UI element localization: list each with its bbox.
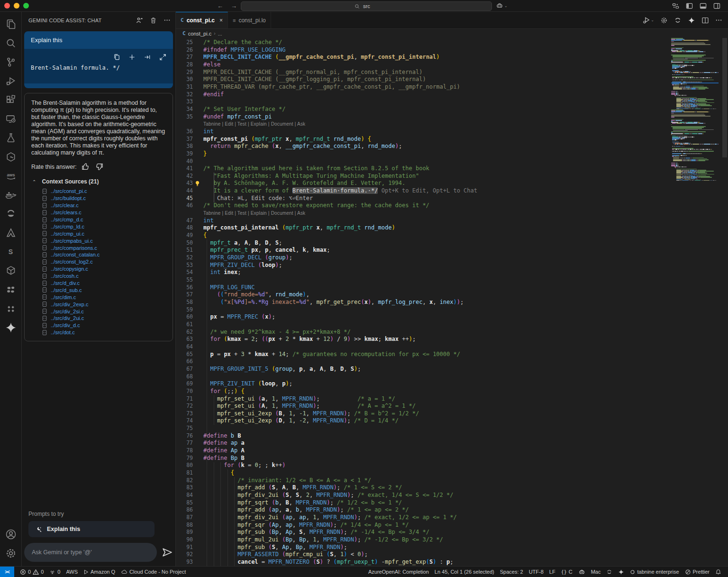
copy-icon[interactable] [113,54,120,61]
code-line[interactable]: 82 /* invariant: 1/2 <= B <= A <= a < 1 … [176,477,477,485]
ellipsis-icon[interactable] [715,17,722,24]
code-line[interactable]: 91 mpfr_sub (S, Ap, Bp, MPFR_RNDN); [176,544,477,551]
copilot-status[interactable] [575,568,588,576]
code-line[interactable]: 75 [176,425,477,432]
customize-layout-icon[interactable] [672,2,679,9]
smiley-status[interactable] [603,569,615,575]
code-line[interactable]: 36int [176,128,477,136]
code-line[interactable]: 67 MPFR_GROUP_INIT_5 (group, p, a, A, B,… [176,366,477,373]
code-line[interactable]: 44 It is a clever form of Brent-Salamin·… [176,187,477,195]
code-line[interactable]: 48mpfr_const_pi_internal (mpfr_ptr x, mp… [176,224,477,232]
eol-setting[interactable]: LF [546,569,558,575]
run-debug-button[interactable]: ⌄ [643,16,654,24]
code-line[interactable]: 73 mpfr_set_ui_2exp (B, 1, -1, MPFR_RNDN… [176,410,477,418]
cursor-position[interactable]: Ln 45, Col 1 (26 selected) [432,569,497,575]
codelens-row[interactable]: Tabnine | Edit | Test | Explain | Docume… [176,210,477,217]
context-file-link[interactable]: ../src/cosh.c [51,273,79,279]
search-input[interactable] [362,3,378,9]
code-line[interactable]: 37mpfr_const_pi (mpfr_ptr x, mpfr_rnd_t … [176,136,477,143]
thumbs-up-icon[interactable] [82,163,90,171]
context-file-link[interactable]: ../src/cmp_ui.c [51,231,84,237]
context-file-row[interactable]: ../src/copysign.c [42,266,166,273]
gemini-chat-input[interactable] [24,543,157,562]
close-icon[interactable]: × [219,17,223,24]
sidebar-item-testing[interactable] [0,128,22,147]
code-line[interactable]: 64 [176,343,477,351]
code-line[interactable]: 30MPFR_DECL_INIT_CACHE (__gmpfr_logging_… [176,76,477,83]
aws-status-item[interactable]: AWS [63,569,81,575]
context-file-row[interactable]: ../src/cmp_ld.c [42,223,166,230]
code-editor[interactable]: 25/* Declare the cache */26#ifndef MPFR_… [176,38,728,567]
code-line[interactable]: 90 mpfr_mul_2ui (Bp, Bp, 1, MPFR_RNDN); … [176,536,477,544]
sidebar-item-package-extension[interactable] [0,261,22,280]
breadcrumb-more[interactable]: ... [218,31,222,37]
code-line[interactable]: 70 for (;;) { [176,388,477,395]
code-line[interactable]: 50 mpfr_t a, A, B, D, S; [176,239,477,247]
context-file-row[interactable]: ../src/div_2si.c [42,308,166,315]
context-file-link[interactable]: ../src/d_div.c [51,280,80,286]
thumbs-down-icon[interactable] [95,163,103,171]
context-file-row[interactable]: ../src/div_d.c [42,322,166,329]
context-file-link[interactable]: ../src/div_d.c [51,322,80,328]
context-file-row[interactable]: ../src/div_2ui.c [42,315,166,322]
code-line[interactable]: 76#define b B [176,432,477,440]
context-file-link[interactable]: ../src/dim.c [51,294,76,300]
context-file-row[interactable]: ../src/d_div.c [42,280,166,287]
context-file-link[interactable]: ../src/const_catalan.c [51,252,100,257]
context-file-link[interactable]: ../src/d_sub.c [51,287,82,293]
sidebar-item-gemini-code-assist[interactable] [0,318,22,337]
context-file-link[interactable]: ../src/comparisons.c [51,245,97,251]
code-line[interactable]: 59 [176,306,477,314]
code-line[interactable]: 74 mpfr_set_ui_2exp (D, 1, -2, MPFR_RNDN… [176,417,477,425]
context-file-row[interactable]: ../src/buildopt.c [42,195,166,202]
code-line[interactable]: 71 mpfr_set_ui (a, 1, MPFR_RNDN); /* a =… [176,395,477,403]
toggle-panel-icon[interactable] [700,2,707,9]
code-line[interactable]: 46/* Don't need to save/restore exponent… [176,202,477,210]
context-file-row[interactable]: ../src/cosh.c [42,273,166,280]
close-window-button[interactable] [4,3,10,9]
code-line[interactable]: 72 mpfr_set_ui (A, 1, MPFR_RNDN); /* A =… [176,403,477,410]
send-icon[interactable] [162,547,173,558]
cloud-code-status-item[interactable]: Cloud Code - No Project [118,569,189,575]
sidebar-item-aws-toolkit[interactable]: aws [0,166,22,185]
code-line[interactable]: 80 for (k = 0; ; k++) [176,462,477,469]
zoom-window-button[interactable] [23,3,29,9]
sidebar-item-hexagon-extension[interactable] [0,147,22,166]
ellipsis-icon[interactable] [164,17,171,24]
minimap[interactable] [671,38,719,567]
context-file-row[interactable]: ../src/clear.c [42,202,166,209]
code-line[interactable]: 66 [176,358,477,366]
context-file-link[interactable]: ../src/copysign.c [51,266,88,272]
code-line[interactable]: 58 ("x[%Pd]=%.*Rg inexact=%d", mpfr_get_… [176,299,477,306]
code-line[interactable]: 79#define Bp B [176,455,477,462]
sparkle-icon[interactable] [688,17,695,24]
language-mode[interactable]: {}C [558,569,575,575]
command-center-search[interactable] [241,1,492,11]
context-file-link[interactable]: ../src/const_log2.c [51,259,93,265]
code-line[interactable]: 52 MPFR_GROUP_DECL (group); [176,254,477,262]
code-line[interactable]: 25/* Declare the cache */ [176,39,477,46]
indentation-setting[interactable]: Spaces: 2 [497,569,526,575]
context-file-link[interactable]: ../src/div_2si.c [51,309,84,314]
code-line[interactable]: 77#define ap a [176,440,477,447]
code-line[interactable]: 93 cancel = MPFR_NOTZERO (S) ? (mpfr_uex… [176,559,477,566]
code-line[interactable]: 39} [176,150,477,158]
code-line[interactable]: 85 mpfr_sqrt (b, B, MPFR_RNDN); /* 1/2 <… [176,499,477,507]
code-line[interactable]: 49{ [176,232,477,239]
context-file-row[interactable]: ../src/clears.c [42,209,166,216]
code-line[interactable]: 81 { [176,469,477,477]
code-line[interactable]: 42 "Fast Algorithms: A Multitape Turing … [176,173,477,180]
minimize-window-button[interactable] [14,3,19,9]
code-line[interactable]: 28#else [176,61,477,69]
context-file-link[interactable]: ../src/dot.c [51,330,75,335]
context-file-link[interactable]: ../src/cmpabs_ui.c [51,238,93,244]
code-line[interactable]: 63 for (kmax = 2; ((px + 2 * kmax + 12) … [176,336,477,343]
context-file-row[interactable]: ../src/comparisons.c [42,244,166,251]
code-line[interactable]: 38 return mpfr_cache (x, __gmpfr_cache_c… [176,143,477,150]
code-line[interactable]: 69 MPFR_ZIV_INIT (loop, p); [176,380,477,388]
code-line[interactable]: 83 mpfr_add (S, A, B, MPFR_RNDN); /* 1 <… [176,484,477,492]
split-editor-icon[interactable] [701,17,709,24]
context-file-row[interactable]: ../src/dim.c [42,293,166,301]
code-line[interactable]: 57 (("rnd_mode=%d", rnd_mode), [176,291,477,299]
sidebar-item-source-control[interactable] [0,53,22,72]
